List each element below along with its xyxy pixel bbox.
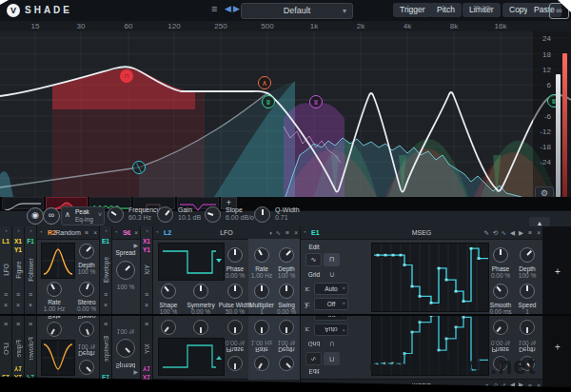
eq-settings-gear-icon[interactable]: ⚙ (535, 186, 554, 197)
close-icon[interactable]: × (537, 229, 541, 236)
band-power-icon[interactable]: ◉ (27, 207, 44, 225)
power-icon[interactable]: ◔ (12, 228, 24, 234)
add-modulator-button[interactable]: + (552, 266, 563, 278)
shade-plugin-window: V SHADE ≡ ◀ ▶ Default ▾ Trigger Pitch Li… (0, 0, 571, 392)
mod-name: X/Y (144, 251, 150, 289)
random-panel: ◔ R2 Random ≡ × Depth 100 % Rate 1.00 Hz… (37, 226, 99, 314)
slope-knob[interactable] (205, 206, 221, 223)
redo-icon[interactable]: ↷ (484, 4, 492, 14)
random-stereo-knob[interactable] (79, 282, 94, 297)
menu-icon[interactable]: ≡ (85, 229, 89, 236)
next-arrow-icon[interactable]: ▶ (519, 229, 523, 237)
undo-icon[interactable]: ↶ (473, 4, 481, 14)
close-icon[interactable]: × (100, 302, 111, 308)
band-node-notch[interactable]: ∧ (258, 76, 271, 89)
mseg-smooth-knob[interactable] (493, 284, 508, 299)
menu-icon[interactable]: ≡ (286, 229, 289, 236)
mseg-speed-knob[interactable] (520, 284, 535, 299)
eq-display[interactable]: 24 18 12 6 -6 -12 -18 -24 ∩ ∧ ʬ ╲ ʬ ʬ ⚙ (0, 31, 571, 197)
band-node-lowpass[interactable]: ╲ (132, 161, 146, 174)
curve-icon[interactable]: ∿ (276, 229, 281, 237)
rate-value: 1.00 Hz (44, 305, 65, 312)
phase-invert-icon[interactable]: ◑ (268, 229, 272, 236)
menu-icon[interactable]: ≡ (12, 291, 24, 298)
preset-prev-icon[interactable]: ◀ (225, 4, 231, 13)
snap-magnet-icon[interactable]: ∪ (329, 270, 335, 279)
y-grid-label: y: (305, 301, 309, 307)
mod-strip-xy[interactable]: ◔ X1 Y1 X/Y ≡ × (141, 226, 152, 314)
line-mode-icon[interactable]: ∿ (305, 253, 322, 266)
spread-value: 100 % (117, 284, 134, 290)
close-icon[interactable]: × (93, 229, 97, 236)
random-rate-knob[interactable] (47, 282, 62, 297)
pitch-button[interactable]: Pitch (430, 3, 462, 17)
mseg-depth-knob[interactable] (520, 247, 535, 263)
curve-icon[interactable]: ∿ (502, 229, 506, 237)
app-title: SHADE (25, 5, 72, 15)
power-icon[interactable]: ◔ (0, 228, 11, 234)
power-icon[interactable]: ◔ (25, 228, 36, 234)
close-icon[interactable]: × (294, 229, 298, 236)
menu-icon[interactable]: ≡ (528, 229, 532, 236)
lfo-symmetry-knob[interactable] (193, 284, 208, 299)
step-mode-icon[interactable]: ⊓ (324, 253, 340, 266)
stereo-value: 0.00 % (77, 305, 96, 312)
band-node-comb-purple[interactable]: ʬ (309, 95, 323, 108)
prev-arrow-icon[interactable]: ◀ (510, 229, 515, 237)
depth-value: 100 % (278, 272, 295, 279)
filter-shape-selector[interactable]: ∧ Peak Eq-ing ˅ (61, 206, 105, 225)
menu-icon[interactable]: ≡ (141, 291, 152, 298)
menu-icon[interactable]: ≡ (0, 291, 11, 298)
lfo-swing-knob[interactable] (279, 284, 294, 299)
menu-icon[interactable]: ≡ (25, 291, 36, 298)
close-icon[interactable]: × (12, 302, 24, 308)
loop-icon[interactable]: ⟲ (493, 229, 498, 237)
mod-strip-follower[interactable]: ◔ F1 Follower ≡ × (25, 226, 36, 314)
lfo-pulsewidth-knob[interactable] (227, 284, 243, 299)
menu-icon[interactable]: ≡ (100, 291, 111, 298)
mod-strip-lfo[interactable]: ◔ L1 LFO ≡ × (0, 226, 11, 314)
menu-icon[interactable]: ≡ (126, 229, 129, 236)
lfo-rate-knob[interactable] (254, 247, 269, 263)
y-grid-select[interactable]: Off ˅ (314, 298, 348, 310)
qwidth-knob[interactable] (254, 206, 270, 223)
ab-compare-icon[interactable]: ∞ (549, 3, 569, 19)
close-icon[interactable]: × (141, 302, 152, 308)
phase-value: 0.00 % (491, 272, 510, 279)
mod-strip-figure[interactable]: ◔ X1 Y1 Figure ≡ × (12, 226, 24, 314)
db-tick: -6 (544, 112, 551, 121)
close-icon[interactable]: × (0, 302, 11, 308)
random-depth-knob[interactable] (79, 244, 94, 259)
band-node-peak[interactable]: ∩ (120, 69, 133, 83)
freq-tick: 15 (31, 22, 40, 30)
lfo-multiplier-knob[interactable] (254, 284, 269, 299)
preset-menu-icon[interactable]: ≡ (211, 3, 217, 14)
preset-selector[interactable]: Default ▾ (241, 3, 353, 19)
power-icon[interactable]: ◔ (141, 228, 152, 234)
lfo-depth-knob[interactable] (279, 247, 294, 263)
mod-strip-envelope[interactable]: ◔ E1 Envelope ≡ × (100, 226, 111, 314)
power-icon[interactable]: ◔ (114, 229, 118, 235)
lfo-waveform-display[interactable] (158, 243, 225, 281)
gain-knob[interactable] (157, 206, 173, 223)
random-waveform-display[interactable] (41, 243, 75, 279)
mseg-display[interactable] (371, 243, 489, 312)
preset-next-icon[interactable]: ▶ (233, 4, 240, 13)
edit-label: Edit (308, 244, 319, 250)
close-icon[interactable]: × (25, 302, 36, 308)
mseg-phase-knob[interactable] (493, 247, 508, 263)
power-icon[interactable]: ◔ (100, 228, 111, 234)
frequency-knob[interactable] (108, 206, 124, 223)
edit-pencil-icon[interactable]: ✎ (484, 229, 489, 237)
limiter-button[interactable]: Limiter (463, 3, 501, 17)
spread-knob[interactable] (116, 261, 135, 280)
band-node-comb-green[interactable]: ʬ (262, 95, 275, 108)
lfo-phase-knob[interactable] (227, 247, 243, 263)
x-grid-select[interactable]: Auto ˅ (314, 283, 348, 295)
band-stereo-icon[interactable]: ∞ (43, 207, 60, 225)
lfo-shape-knob[interactable] (161, 284, 176, 299)
close-icon[interactable]: × (134, 229, 138, 236)
trigger-button[interactable]: Trigger (393, 3, 432, 17)
mod-name: Envelope (103, 251, 109, 289)
expand-right-icon[interactable]: ▶ (133, 242, 138, 248)
